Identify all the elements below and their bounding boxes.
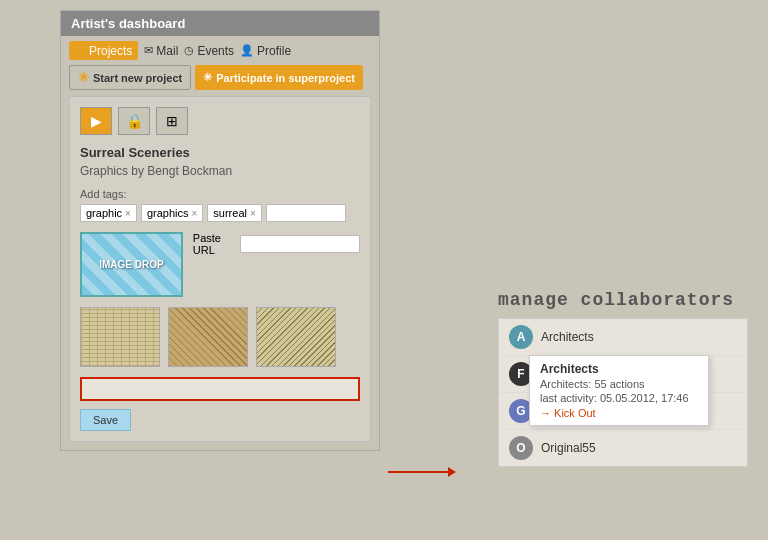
- participate-icon: ✳: [203, 71, 212, 84]
- tag-graphic: graphic ×: [80, 204, 137, 222]
- projects-icon: ✳: [75, 43, 86, 58]
- collaborators-panel: manage collaborators A Architects Archit…: [498, 290, 748, 467]
- project-title: Surreal Sceneries: [80, 145, 360, 160]
- lock-tool-button[interactable]: 🔒: [118, 107, 150, 135]
- tab-profile[interactable]: 👤 Profile: [240, 44, 291, 58]
- avatar-graphics-letter: G: [516, 404, 525, 418]
- avatar-original55: O: [509, 436, 533, 460]
- tab-mail-label: Mail: [156, 44, 178, 58]
- content-area: ▶ 🔒 ⊞ Surreal Sceneries Graphics by Beng…: [69, 96, 371, 442]
- grid-tool-button[interactable]: ⊞: [156, 107, 188, 135]
- red-arrow-annotation: [388, 467, 456, 477]
- thumb-2-image: [169, 308, 247, 366]
- tag-input[interactable]: [266, 204, 346, 222]
- tooltip-actions: 55 actions: [594, 378, 644, 390]
- profile-icon: 👤: [240, 44, 254, 57]
- collaborators-list: A Architects Architects Architects: 55 a…: [498, 318, 748, 467]
- avatar-fashion-letter: F: [517, 367, 524, 381]
- events-icon: ◷: [184, 44, 194, 57]
- tag-graphics: graphics ×: [141, 204, 203, 222]
- tooltip-architect-stats: Architects: 55 actions: [540, 378, 698, 390]
- avatar-architects-letter: A: [517, 330, 526, 344]
- tooltip-last-activity: last activity: 05.05.2012, 17:46: [540, 392, 698, 404]
- thumbnail-2[interactable]: [168, 307, 248, 367]
- red-arrowhead: [448, 467, 456, 477]
- architects-tooltip: Architects Architects: 55 actions last a…: [529, 355, 709, 426]
- dashboard-panel: Artist's dashboard ✳ Projects ✉ Mail ◷ E…: [60, 10, 380, 451]
- thumbnail-3[interactable]: [256, 307, 336, 367]
- image-row: IMAGE DROP Paste URL: [80, 232, 360, 297]
- start-project-icon: ✳: [78, 70, 89, 85]
- tags-row: graphic × graphics × surreal ×: [80, 204, 360, 222]
- cursor-tool-button[interactable]: ▶: [80, 107, 112, 135]
- participate-label: Participate in superproject: [216, 72, 355, 84]
- grid-icon: ⊞: [166, 113, 178, 129]
- avatar-original55-letter: O: [516, 441, 525, 455]
- action-buttons: ✳ Start new project ✳ Participate in sup…: [61, 65, 379, 96]
- project-subtitle: Graphics by Bengt Bockman: [80, 164, 360, 178]
- avatar-architects: A: [509, 325, 533, 349]
- lock-icon: 🔒: [126, 113, 143, 129]
- tag-graphics-remove[interactable]: ×: [192, 208, 198, 219]
- tag-graphic-text: graphic: [86, 207, 122, 219]
- thumb-3-image: [257, 308, 335, 366]
- collab-original55-name: Original55: [541, 441, 596, 455]
- collab-architects-wrapper: A Architects Architects Architects: 55 a…: [499, 319, 747, 356]
- save-button[interactable]: Save: [80, 409, 131, 431]
- tab-projects-label: Projects: [89, 44, 132, 58]
- toolbar: ▶ 🔒 ⊞: [80, 107, 360, 135]
- cursor-icon: ▶: [91, 113, 102, 129]
- tab-events-label: Events: [197, 44, 234, 58]
- dashboard-title: Artist's dashboard: [61, 11, 379, 36]
- thumbnails-row: [80, 307, 360, 367]
- tab-profile-label: Profile: [257, 44, 291, 58]
- image-drop-area[interactable]: IMAGE DROP: [80, 232, 183, 297]
- collab-architects-name: Architects: [541, 330, 594, 344]
- tab-mail[interactable]: ✉ Mail: [144, 44, 178, 58]
- tag-surreal-remove[interactable]: ×: [250, 208, 256, 219]
- paste-url-section: Paste URL: [193, 232, 360, 256]
- tooltip-name: Architects: [540, 362, 698, 376]
- image-drop-label: IMAGE DROP: [99, 259, 163, 270]
- start-project-label: Start new project: [93, 72, 182, 84]
- thumb-1-image: [81, 308, 159, 366]
- kick-out-button[interactable]: → Kick Out: [540, 407, 698, 419]
- tab-projects[interactable]: ✳ Projects: [69, 41, 138, 60]
- tag-surreal-text: surreal: [213, 207, 247, 219]
- tag-surreal: surreal ×: [207, 204, 261, 222]
- paste-url-label: Paste URL: [193, 232, 234, 256]
- bottom-text-input[interactable]: [80, 377, 360, 401]
- mail-icon: ✉: [144, 44, 153, 57]
- participate-button[interactable]: ✳ Participate in superproject: [195, 65, 363, 90]
- tags-section: Add tags: graphic × graphics × surreal ×: [80, 188, 360, 222]
- nav-tabs: ✳ Projects ✉ Mail ◷ Events 👤 Profile: [61, 36, 379, 65]
- start-project-button[interactable]: ✳ Start new project: [69, 65, 191, 90]
- collab-item-original55[interactable]: O Original55: [499, 430, 747, 466]
- bottom-input-row: [80, 377, 360, 401]
- thumbnail-1[interactable]: [80, 307, 160, 367]
- collaborators-title: manage collaborators: [498, 290, 748, 310]
- red-arrow-line: [388, 471, 448, 473]
- tag-graphic-remove[interactable]: ×: [125, 208, 131, 219]
- tooltip-name-repeat: Architects: [540, 378, 588, 390]
- collab-item-architects[interactable]: A Architects: [499, 319, 747, 356]
- tab-events[interactable]: ◷ Events: [184, 44, 234, 58]
- paste-url-input[interactable]: [240, 235, 360, 253]
- tags-label: Add tags:: [80, 188, 360, 200]
- tag-graphics-text: graphics: [147, 207, 189, 219]
